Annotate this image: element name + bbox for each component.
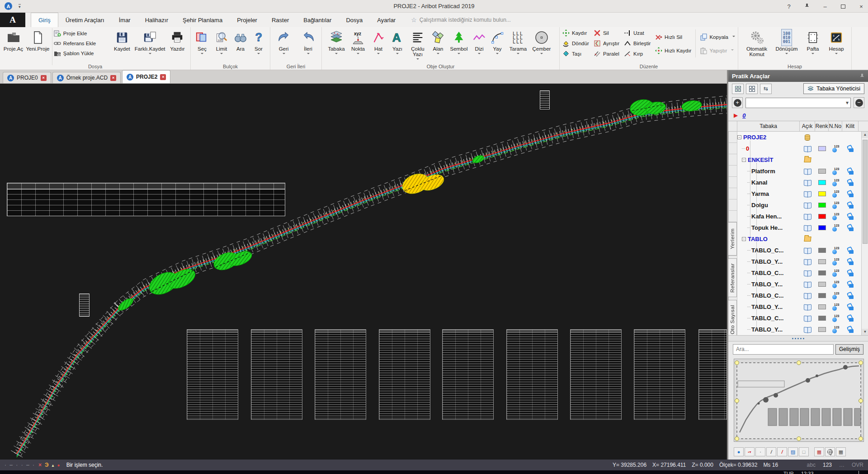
farkli-kaydet-button[interactable]: Farklı.Kaydet bbox=[133, 28, 166, 62]
sil-button[interactable]: Sil bbox=[594, 29, 620, 37]
layer-visible-toggle[interactable] bbox=[800, 180, 815, 185]
layer-color-swatch[interactable] bbox=[815, 304, 829, 309]
layer-color-swatch[interactable] bbox=[815, 191, 829, 196]
taskbar-clock[interactable]: 12:33 bbox=[801, 471, 814, 474]
layer-lock-toggle[interactable] bbox=[842, 326, 859, 333]
layer-lock-toggle[interactable] bbox=[842, 202, 859, 209]
layer-row[interactable]: TABLO_Y... 123 bbox=[728, 301, 868, 313]
cross-section-table[interactable] bbox=[570, 329, 622, 420]
layer-row[interactable]: Yarma 123 bbox=[728, 188, 868, 199]
mini-table[interactable] bbox=[79, 294, 90, 317]
layer-color-swatch[interactable] bbox=[815, 270, 829, 275]
yeni-proje-button[interactable]: Yeni.Proje bbox=[25, 28, 51, 62]
layer-lock-toggle[interactable] bbox=[842, 179, 859, 186]
limit-button[interactable]: 100 Limit bbox=[212, 28, 231, 62]
sor-button[interactable]: ? Sor bbox=[250, 28, 268, 62]
record-icon[interactable]: ● bbox=[57, 463, 60, 468]
kopyala-button[interactable]: Kopyala bbox=[700, 33, 735, 41]
layer-visible-toggle[interactable] bbox=[800, 259, 815, 265]
layer-row[interactable]: Platform 123 bbox=[728, 166, 868, 177]
layer-row[interactable]: TABLO_C... 123 bbox=[728, 245, 868, 256]
collapse-icon[interactable]: − bbox=[742, 158, 746, 162]
kaydet-button[interactable]: Kaydet bbox=[110, 28, 133, 62]
layer-filter-combobox[interactable]: ▾ bbox=[745, 98, 851, 108]
layer-lock-toggle[interactable] bbox=[842, 247, 859, 254]
coklu-yazi-button[interactable]: Çoklu Yazı bbox=[407, 28, 429, 62]
doc-tab-proje2[interactable]: A PROJE2 × bbox=[122, 70, 170, 83]
sembol-button[interactable]: Sembol bbox=[448, 28, 470, 62]
layer-tree-scrollbar[interactable]: ▲ ▼ bbox=[861, 132, 868, 335]
layer-row[interactable]: TABLO_C... 123 bbox=[728, 290, 868, 301]
close-button[interactable]: × bbox=[857, 3, 865, 10]
pafta-button[interactable]: Pafta bbox=[802, 28, 823, 62]
taskbar-language[interactable]: TUR bbox=[783, 471, 794, 474]
layer-visible-toggle[interactable] bbox=[800, 248, 815, 253]
help-button[interactable]: ? bbox=[785, 3, 793, 10]
layer-row[interactable]: TABLO_C... 123 bbox=[728, 267, 868, 279]
layer-lock-toggle[interactable] bbox=[842, 168, 859, 175]
layer-row[interactable]: Topuk He... 123 bbox=[728, 222, 868, 233]
mini-table[interactable] bbox=[540, 90, 550, 109]
more-dots[interactable]: … bbox=[839, 462, 844, 468]
tabaka-button[interactable]: Tabaka bbox=[326, 28, 347, 62]
layer-lock-toggle[interactable] bbox=[842, 224, 859, 231]
sidetab-referanslar[interactable]: Referanslar bbox=[728, 258, 737, 297]
layer-color-swatch[interactable] bbox=[815, 180, 829, 185]
tasi-button[interactable]: Taşı bbox=[562, 50, 590, 57]
collapse-icon[interactable]: − bbox=[742, 237, 746, 241]
layer-number-toggle[interactable]: 123 bbox=[829, 247, 842, 254]
scroll-down-icon[interactable]: ▼ bbox=[862, 329, 868, 335]
alignment-data-table[interactable] bbox=[7, 183, 285, 216]
close-tab-icon[interactable]: × bbox=[160, 74, 166, 80]
ara-button[interactable]: Ara bbox=[231, 28, 250, 62]
pin-button[interactable] bbox=[803, 3, 811, 10]
scrollbar-thumb[interactable] bbox=[863, 140, 868, 244]
geri-button[interactable]: Geri bbox=[274, 28, 294, 62]
hizli-sil-button[interactable]: Hızlı Sil bbox=[655, 33, 691, 41]
current-layer-link[interactable]: 0 bbox=[742, 112, 745, 119]
layer-visible-toggle[interactable] bbox=[800, 203, 815, 208]
sidetab-yerlerim[interactable]: Yerlerim bbox=[728, 222, 737, 256]
collapse-icon[interactable]: − bbox=[737, 135, 741, 139]
doc-tab-proje0[interactable]: A PROJE0 × bbox=[3, 72, 51, 83]
layer-number-toggle[interactable]: 123 bbox=[829, 224, 842, 232]
layer-lock-toggle[interactable] bbox=[842, 213, 859, 220]
layer-row[interactable]: TABLO_Y... 123 bbox=[728, 279, 868, 290]
numeric-toggle[interactable]: 123 bbox=[823, 462, 832, 468]
grid-style-button[interactable]: ▦ bbox=[836, 447, 846, 456]
cross-section-table[interactable] bbox=[379, 329, 430, 420]
layer-visible-toggle[interactable] bbox=[800, 304, 815, 310]
layer-row[interactable]: Kafa Hen... 123 bbox=[728, 211, 868, 222]
layer-visible-toggle[interactable] bbox=[800, 225, 815, 231]
ovr-toggle[interactable]: OVR bbox=[852, 462, 863, 468]
proje-ac-button[interactable]: Proje.Aç bbox=[2, 28, 25, 62]
ayristir-button[interactable]: Ayrıştır bbox=[594, 40, 620, 47]
drawing-canvas[interactable] bbox=[0, 84, 727, 460]
layer-row[interactable]: −TABLO bbox=[728, 233, 868, 245]
yapistir-button[interactable]: Yapıştır bbox=[700, 47, 735, 54]
dizi-button[interactable]: Dizi bbox=[470, 28, 488, 62]
layer-visible-toggle[interactable] bbox=[800, 327, 815, 332]
sablon-yukle-button[interactable]: Şablon Yükle bbox=[54, 50, 111, 57]
sidetab-oto-sayisal[interactable]: Oto Sayısal bbox=[728, 300, 737, 335]
layer-lock-toggle[interactable] bbox=[842, 270, 859, 276]
cross-section-table[interactable] bbox=[506, 329, 558, 420]
nokta-button[interactable]: xyz Nokta bbox=[347, 28, 369, 62]
cross-section-table[interactable] bbox=[634, 329, 685, 420]
layer-number-toggle[interactable]: 123 bbox=[829, 315, 842, 322]
search-input[interactable] bbox=[733, 344, 834, 355]
table-style-button[interactable]: ▦ bbox=[814, 447, 824, 456]
layer-color-swatch[interactable] bbox=[815, 327, 829, 332]
layer-color-swatch[interactable] bbox=[815, 282, 829, 287]
panel-splitter[interactable] bbox=[728, 335, 868, 341]
alan-button[interactable]: Alan bbox=[429, 28, 448, 62]
layer-visible-toggle[interactable] bbox=[800, 214, 815, 219]
layer-number-toggle[interactable]: 123 bbox=[829, 168, 842, 175]
tab-projeler[interactable]: Projeler bbox=[230, 13, 264, 27]
yay-button[interactable]: Yay bbox=[488, 28, 506, 62]
close-tab-icon[interactable]: × bbox=[41, 75, 47, 81]
layer-visible-toggle[interactable] bbox=[800, 316, 815, 321]
otomatik-komut-button[interactable]: Otomatik Komut bbox=[743, 28, 771, 62]
close-tab-icon[interactable]: × bbox=[110, 75, 116, 81]
yazi-button[interactable]: A Yazı bbox=[388, 28, 407, 62]
